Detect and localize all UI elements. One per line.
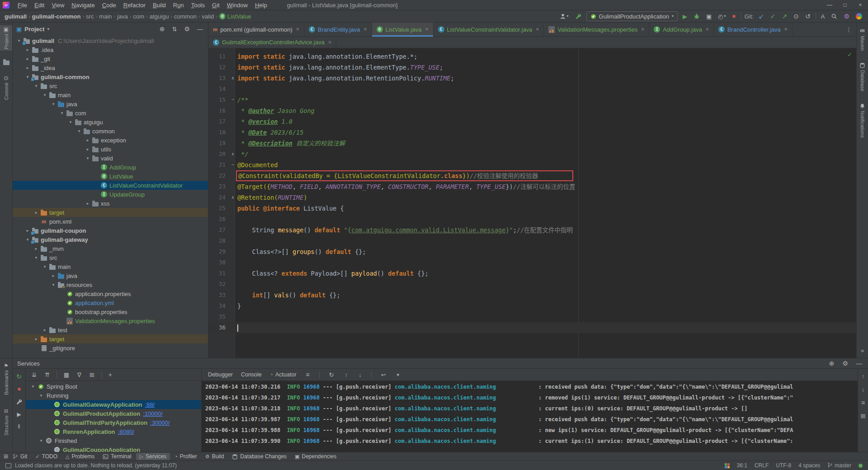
tree-chevron-icon[interactable]: ▾: [75, 129, 83, 133]
project-tree-item[interactable]: IAddGroup: [13, 163, 208, 172]
stripe-tab-notifications[interactable]: Notifications: [859, 102, 865, 139]
line-separator[interactable]: CRLF: [755, 462, 769, 469]
close-icon[interactable]: ×: [296, 26, 299, 33]
project-tree-item[interactable]: bootstrap.properties: [13, 307, 208, 316]
settings-button[interactable]: ⚙: [841, 359, 849, 367]
tree-chevron-icon[interactable]: ▸: [24, 47, 31, 52]
project-tree-item[interactable]: IUpdateGroup: [13, 190, 208, 199]
close-icon[interactable]: ×: [641, 26, 644, 33]
inspection-status-icon[interactable]: ✓: [848, 51, 852, 58]
push-button[interactable]: ↗: [781, 12, 789, 20]
indent-setting[interactable]: 4 spaces: [798, 462, 820, 469]
close-button[interactable]: ×: [853, 0, 868, 10]
code-editor[interactable]: 11import static java.lang.annotation.Ele…: [208, 48, 856, 358]
stripe-tab-project[interactable]: ▣Project: [0, 25, 12, 51]
service-item[interactable]: GulimallCouponApplication: [26, 445, 201, 452]
project-tree-item[interactable]: ▾src: [13, 253, 208, 262]
project-tree-item[interactable]: ▸.idea: [13, 45, 208, 54]
stripe-tab-maven[interactable]: mMaven: [860, 25, 865, 52]
tree-chevron-icon[interactable]: ▾: [24, 237, 31, 242]
menu-window[interactable]: Window: [223, 2, 251, 9]
locate-button[interactable]: ⊕: [158, 25, 166, 33]
layout-button[interactable]: ≡: [305, 371, 311, 379]
rerun-button[interactable]: ↻: [15, 372, 23, 381]
project-tree-item[interactable]: ▸target: [13, 208, 208, 217]
menu-code[interactable]: Code: [99, 2, 120, 9]
pause-button[interactable]: ‖: [17, 423, 22, 430]
menu-tools[interactable]: Tools: [188, 2, 208, 9]
frame-button[interactable]: ⊞: [88, 371, 96, 379]
menu-navigate[interactable]: Navigate: [68, 2, 98, 9]
swap-button[interactable]: ⇅: [171, 25, 179, 33]
project-tree-item[interactable]: ▾common: [13, 127, 208, 136]
breadcrumb-item[interactable]: com: [133, 13, 145, 20]
stop-button[interactable]: ■: [731, 13, 737, 20]
tree-chevron-icon[interactable]: ▸: [41, 328, 48, 332]
stripe-tab-folder[interactable]: [3, 58, 9, 66]
close-icon[interactable]: ×: [425, 26, 428, 33]
service-item[interactable]: ▾Running: [26, 391, 201, 400]
project-tree-item[interactable]: ▾gulimall-common: [13, 72, 208, 81]
menu-build[interactable]: Build: [149, 2, 170, 9]
project-tree-item[interactable]: ▾java: [13, 99, 208, 108]
tool-window-button-problems[interactable]: △Problems: [62, 453, 98, 460]
tree-chevron-icon[interactable]: ▸: [24, 66, 31, 70]
console-tab-console[interactable]: Console: [241, 371, 262, 378]
tree-chevron-icon[interactable]: ▾: [67, 120, 74, 124]
translate-button[interactable]: A: [820, 13, 826, 20]
menu-file[interactable]: File: [14, 2, 31, 9]
more-tool-windows-icon[interactable]: »: [861, 348, 864, 353]
tree-chevron-icon[interactable]: ▸: [24, 228, 31, 233]
locate-button[interactable]: ⊕: [828, 359, 836, 367]
plugin-button[interactable]: ⚙: [842, 12, 851, 20]
tool-window-button-profiler[interactable]: ◔Profiler: [171, 453, 201, 460]
project-tree-item[interactable]: ▾resources: [13, 280, 208, 289]
maximize-button[interactable]: □: [837, 0, 853, 10]
editor-tab[interactable]: @ListValue.java×: [372, 23, 434, 36]
breadcrumb-item[interactable]: src: [86, 13, 94, 20]
tree-chevron-icon[interactable]: ▾: [38, 438, 45, 443]
project-tree-item[interactable]: ▸xss: [13, 199, 208, 208]
menu-help[interactable]: Help: [251, 2, 271, 9]
service-port-link[interactable]: :10000/: [143, 410, 162, 417]
fold-marker-icon[interactable]: −: [228, 160, 237, 170]
hide-button[interactable]: —: [196, 25, 204, 33]
breadcrumb-item[interactable]: java: [117, 13, 128, 20]
editor-tab[interactable]: ValidationMessages.properties×: [544, 23, 649, 36]
project-tree-item[interactable]: ▾atguigu: [13, 118, 208, 127]
project-tree-item[interactable]: ▸exception: [13, 136, 208, 145]
editor-tab[interactable]: CGulimallExceptionControllerAdvice.java×: [208, 37, 336, 48]
close-icon[interactable]: ×: [328, 39, 331, 46]
tabs-more-icon[interactable]: ⋮: [841, 23, 856, 36]
breadcrumb-item[interactable]: gulimall: [5, 13, 27, 20]
stop-button[interactable]: ■: [16, 385, 22, 393]
search-button[interactable]: [830, 12, 839, 20]
menu-edit[interactable]: Edit: [31, 2, 48, 9]
project-tree-item[interactable]: ▸target: [13, 334, 208, 343]
editor-tab[interactable]: CBrandEntity.java×: [304, 23, 372, 36]
tree-chevron-icon[interactable]: ▾: [38, 393, 45, 398]
coverage-button[interactable]: ▣: [705, 13, 713, 20]
run-button[interactable]: ▶: [681, 13, 689, 20]
fold-marker-icon[interactable]: ∧: [228, 73, 237, 84]
tree-chevron-icon[interactable]: ▾: [50, 102, 57, 106]
project-tree-item[interactable]: _gitignore: [13, 343, 208, 352]
project-tree-item[interactable]: ▾main: [13, 262, 208, 271]
tree-chevron-icon[interactable]: ▸: [33, 246, 40, 251]
minimize-button[interactable]: —: [822, 0, 837, 10]
debug-button[interactable]: [692, 12, 701, 20]
problems-indicator-icon[interactable]: [725, 463, 730, 468]
down-button[interactable]: ↓: [860, 385, 866, 393]
service-item[interactable]: GulimallGatewayApplication:88/: [26, 400, 201, 409]
commit-button[interactable]: ✓: [769, 12, 777, 20]
service-port-link[interactable]: :30000/: [150, 419, 170, 426]
editor-tab[interactable]: mpom.xml (gulimall-common)×: [208, 23, 304, 36]
editor-tab[interactable]: CListValueConstraintValidator.java×: [434, 23, 544, 36]
close-icon[interactable]: ×: [784, 26, 788, 33]
service-port-link[interactable]: :88/: [145, 401, 155, 408]
project-tree-item[interactable]: application.yml: [13, 298, 208, 307]
stripe-tab-bookmarks[interactable]: ⚑Bookmarks: [4, 362, 9, 396]
project-tree-item[interactable]: ▸_mvn: [13, 244, 208, 253]
run-config-selector[interactable]: GulimallProductApplication▾: [586, 11, 678, 21]
menu-run[interactable]: Run: [170, 2, 188, 9]
